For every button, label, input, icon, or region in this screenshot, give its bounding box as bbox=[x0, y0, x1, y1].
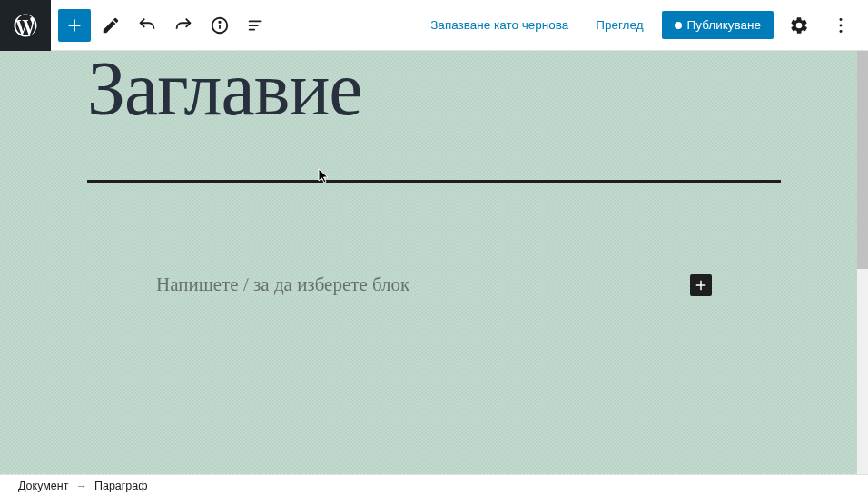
wordpress-logo-icon bbox=[12, 12, 39, 39]
preview-button[interactable]: Преглед bbox=[587, 13, 652, 37]
plus-icon bbox=[64, 15, 84, 35]
publish-status-dot bbox=[675, 22, 682, 29]
inline-block-inserter[interactable] bbox=[690, 274, 712, 296]
toolbar-right-group: Запазване като чернова Преглед Публикува… bbox=[421, 9, 868, 42]
vertical-scrollbar[interactable] bbox=[857, 51, 868, 474]
pencil-icon bbox=[101, 15, 121, 35]
more-options-button[interactable] bbox=[824, 9, 857, 42]
list-view-icon bbox=[246, 15, 266, 35]
toolbar-left-group bbox=[51, 9, 280, 42]
gear-icon bbox=[789, 15, 809, 35]
post-title[interactable]: Заглавие bbox=[87, 51, 781, 127]
undo-button[interactable] bbox=[131, 9, 163, 42]
svg-point-7 bbox=[840, 24, 843, 26]
tools-edit-button[interactable] bbox=[94, 9, 127, 42]
post-content: Заглавие Напишете / за да изберете блок bbox=[44, 51, 824, 296]
breadcrumb-document[interactable]: Документ bbox=[18, 480, 68, 492]
separator-block[interactable] bbox=[87, 180, 781, 183]
chevron-right-icon: → bbox=[75, 480, 87, 492]
svg-point-6 bbox=[840, 18, 843, 21]
svg-point-2 bbox=[219, 21, 220, 22]
svg-point-8 bbox=[840, 29, 843, 32]
plus-icon bbox=[693, 277, 709, 293]
undo-icon bbox=[137, 15, 157, 35]
breadcrumb-block[interactable]: Параграф bbox=[94, 480, 148, 492]
outline-button[interactable] bbox=[240, 9, 272, 42]
wordpress-logo-button[interactable] bbox=[0, 0, 51, 51]
scroll-thumb[interactable] bbox=[857, 51, 868, 269]
editor-top-toolbar: Запазване като чернова Преглед Публикува… bbox=[0, 0, 868, 51]
save-draft-button[interactable]: Запазване като чернова bbox=[421, 13, 577, 37]
details-button[interactable] bbox=[203, 9, 236, 42]
settings-button[interactable] bbox=[783, 9, 815, 42]
editor-canvas[interactable]: Заглавие Напишете / за да изберете блок bbox=[0, 51, 868, 474]
redo-icon bbox=[173, 15, 193, 35]
redo-button[interactable] bbox=[167, 9, 200, 42]
info-icon bbox=[210, 15, 230, 35]
publish-label: Публикуване bbox=[687, 18, 761, 32]
publish-button[interactable]: Публикуване bbox=[662, 11, 774, 39]
more-vertical-icon bbox=[831, 15, 851, 35]
paragraph-block[interactable]: Напишете / за да изберете блок bbox=[156, 273, 712, 296]
block-breadcrumb: Документ → Параграф bbox=[0, 474, 868, 496]
block-inserter-button[interactable] bbox=[58, 9, 91, 42]
paragraph-placeholder[interactable]: Напишете / за да изберете блок bbox=[156, 273, 690, 296]
